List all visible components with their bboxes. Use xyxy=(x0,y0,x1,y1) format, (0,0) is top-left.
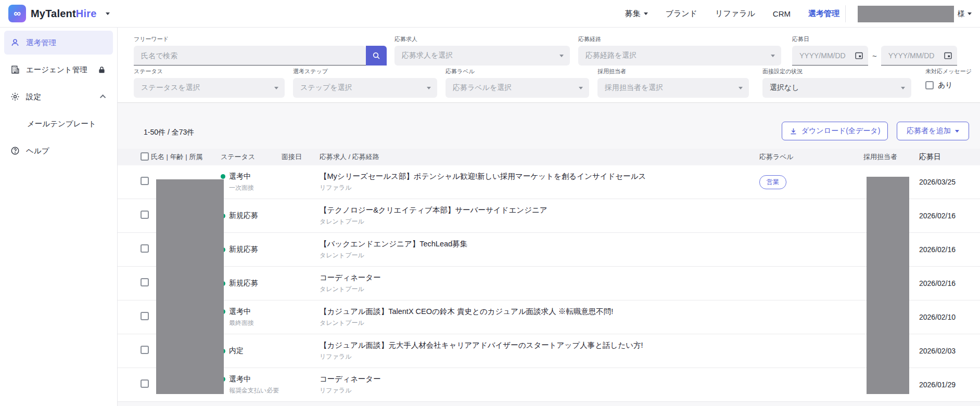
chevron-down-icon xyxy=(901,87,905,89)
chevron-down-icon xyxy=(559,55,564,57)
filter-label-freeword: フリーワード xyxy=(134,35,387,43)
apply-label-select[interactable]: 応募ラベルを選択 xyxy=(446,78,589,98)
row-checkbox[interactable] xyxy=(141,211,149,219)
sidebar-item-senko-kanri[interactable]: 選考管理 xyxy=(4,31,113,55)
job-title-link[interactable]: コーディネーター xyxy=(320,374,759,384)
label-badge: 営業 xyxy=(759,175,786,189)
table-row[interactable]: 選考中一次面接【Myシリーズセールス部】ポテンシャル歓迎!新しい採用マーケットを… xyxy=(118,165,980,199)
calendar-icon[interactable] xyxy=(944,51,952,60)
status-select[interactable]: ステータスを選択 xyxy=(134,78,285,98)
job-select[interactable]: 応募求人を選択 xyxy=(394,46,570,66)
table-row[interactable]: 新規応募コーディネータータレントプール2026/02/16 xyxy=(118,267,980,300)
redacted-account-name xyxy=(858,6,954,22)
redacted-owner-column xyxy=(867,177,909,394)
person-icon xyxy=(10,38,20,47)
col-header-interview-date: 面接日 xyxy=(282,152,320,162)
table-row[interactable]: 選考中最終面接【カジュアル面談】TalentX CEOの鈴木 貴史とのカジュアル… xyxy=(118,300,980,334)
calendar-icon[interactable] xyxy=(855,51,863,60)
redacted-name-column xyxy=(156,179,224,394)
sidebar-item-settings[interactable]: 設定 xyxy=(4,85,113,109)
apply-date-cell: 2026/02/16 xyxy=(919,212,980,220)
table-body: 選考中一次面接【Myシリーズセールス部】ポテンシャル歓迎!新しい採用マーケットを… xyxy=(118,165,980,402)
status-text: 内定 xyxy=(229,346,244,356)
filter-label-apply-date: 応募日 xyxy=(792,35,957,43)
checkbox-label: あり xyxy=(938,81,953,90)
apply-route: タレントプール xyxy=(320,285,759,294)
lock-icon xyxy=(98,66,106,74)
table-row[interactable]: 新規応募【バックエンドエンジニア】TechLead募集タレントプール2026/0… xyxy=(118,233,980,267)
status-substep: 報奨金支払い必要 xyxy=(229,386,282,395)
download-button[interactable]: ダウンロード(全データ) xyxy=(782,122,888,140)
job-title-link[interactable]: 【テクノロジー&クリエイティブ本部】サーバーサイドエンジニア xyxy=(320,205,759,215)
job-cell: コーディネーターリファラル xyxy=(320,374,759,395)
job-cell: 【バックエンドエンジニア】TechLead募集タレントプール xyxy=(320,239,759,260)
status-text: 新規応募 xyxy=(229,245,258,254)
status-substep: 一次面接 xyxy=(229,184,282,192)
sidebar-item-agent-kanri[interactable]: エージェント管理 xyxy=(4,58,113,82)
search-input[interactable] xyxy=(134,46,366,66)
gear-icon xyxy=(10,92,20,101)
status-text: 選考中 xyxy=(229,172,251,181)
chevron-down-icon xyxy=(579,87,583,89)
status-cell: 内定 xyxy=(221,346,282,356)
select-all-checkbox[interactable] xyxy=(141,152,149,161)
status-cell: 新規応募 xyxy=(221,279,282,288)
table-row[interactable]: 選考中報奨金支払い必要コーディネーターリファラル2026/01/29 xyxy=(118,368,980,402)
col-header-name: 氏名 | 年齢 | 所属 xyxy=(151,152,221,162)
row-checkbox[interactable] xyxy=(141,278,149,286)
owner-select[interactable]: 採用担当者を選択 xyxy=(597,78,749,98)
sidebar-item-label: エージェント管理 xyxy=(26,65,87,75)
row-checkbox[interactable] xyxy=(141,312,149,320)
apply-date-cell: 2026/02/16 xyxy=(919,279,980,287)
top-bar: ∞ MyTalentHire 募集 ブランド リファラル CRM 選考管理 様 xyxy=(0,0,980,28)
date-range-separator: ~ xyxy=(872,51,877,60)
job-title-link[interactable]: コーディネーター xyxy=(320,273,759,283)
filter-label-interview: 面接設定の状況 xyxy=(762,68,911,75)
app-logo[interactable]: ∞ MyTalentHire xyxy=(0,5,110,22)
main-content: フリーワード 応募求人 応募求人を選択 応募経路 応募経路を選択 応募日 xyxy=(118,28,980,406)
sidebar-item-mail-template[interactable]: メールテンプレート xyxy=(4,112,113,136)
job-title-link[interactable]: 【バックエンドエンジニア】TechLead募集 xyxy=(320,239,759,249)
job-title-link[interactable]: 【Myシリーズセールス部】ポテンシャル歓迎!新しい採用マーケットを創るインサイド… xyxy=(320,172,759,181)
nav-referral[interactable]: リファラル xyxy=(715,9,755,19)
chevron-down-icon xyxy=(968,12,972,15)
sidebar-item-label: メールテンプレート xyxy=(27,119,96,129)
step-select[interactable]: ステップを選択 xyxy=(293,78,437,98)
nav-boshu[interactable]: 募集 xyxy=(625,9,648,19)
unread-message-checkbox[interactable] xyxy=(925,81,934,89)
table-row[interactable]: 内定【カジュアル面談】元大手人材会社キャリアアドバイザーのスタートアップ人事と話… xyxy=(118,334,980,368)
table-row[interactable]: 新規応募【テクノロジー&クリエイティブ本部】サーバーサイドエンジニアタレントプー… xyxy=(118,199,980,233)
status-cell: 選考中最終面接 xyxy=(221,307,282,328)
job-title-link[interactable]: 【カジュアル面談】元大手人材会社キャリアアドバイザーのスタートアップ人事と話した… xyxy=(320,340,759,350)
apply-route: タレントプール xyxy=(320,319,759,328)
result-count: 1-50件 / 全73件 xyxy=(144,128,194,137)
nav-senko-kanri[interactable]: 選考管理 xyxy=(808,9,839,19)
account-menu[interactable]: 様 xyxy=(858,0,972,28)
interview-select[interactable]: 選択なし xyxy=(762,78,911,98)
sidebar-item-help[interactable]: ヘルプ xyxy=(4,139,113,163)
search-icon xyxy=(372,51,380,60)
label-cell: 営業 xyxy=(759,175,863,189)
nav-crm[interactable]: CRM xyxy=(773,9,791,18)
row-checkbox[interactable] xyxy=(141,379,149,388)
job-cell: 【カジュアル面談】TalentX CEOの鈴木 貴史とのカジュアル面談求人 ※転… xyxy=(320,307,759,328)
apply-date-cell: 2026/03/25 xyxy=(919,178,980,186)
add-applicant-button[interactable]: 応募者を追加 xyxy=(897,122,969,140)
nav-brand[interactable]: ブランド xyxy=(666,9,697,19)
chevron-down-icon xyxy=(427,87,431,89)
row-checkbox[interactable] xyxy=(141,346,149,354)
filter-panel: フリーワード 応募求人 応募求人を選択 応募経路 応募経路を選択 応募日 xyxy=(118,28,980,103)
sidebar: 選考管理 エージェント管理 設定 メールテンプレート ヘルプ xyxy=(0,28,118,406)
job-title-link[interactable]: 【カジュアル面談】TalentX CEOの鈴木 貴史とのカジュアル面談求人 ※転… xyxy=(320,307,759,317)
row-checkbox[interactable] xyxy=(141,244,149,253)
sidebar-item-label: 設定 xyxy=(26,92,41,102)
route-select[interactable]: 応募経路を選択 xyxy=(578,46,781,66)
status-text: 選考中 xyxy=(229,375,251,384)
row-checkbox[interactable] xyxy=(141,177,149,185)
logo-text: MyTalentHire xyxy=(31,8,97,20)
chevron-up-icon xyxy=(100,95,106,100)
search-button[interactable] xyxy=(366,46,387,66)
sidebar-item-label: ヘルプ xyxy=(26,146,49,156)
apply-date-cell: 2026/02/03 xyxy=(919,347,980,355)
filter-label-message: 未対応メッセージ xyxy=(925,68,972,75)
